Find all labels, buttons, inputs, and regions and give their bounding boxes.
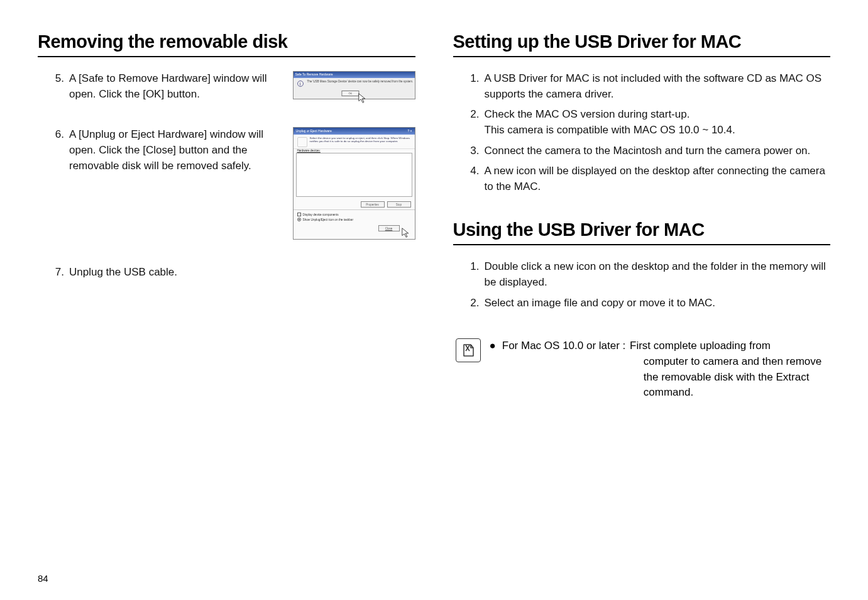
device-list <box>296 153 412 197</box>
step-text-line2: This camera is compatible with MAC OS 10… <box>485 124 735 136</box>
bullet-icon: ● <box>490 338 496 401</box>
step-text: Select an image file and copy or move it… <box>485 296 831 311</box>
step-text-line1: Check the MAC OS version during start-up… <box>485 108 690 120</box>
dialog-bottom: Display device components Show Unplug/Ej… <box>294 209 415 224</box>
note-block: ● For Mac OS 10.0 or later : First compl… <box>453 338 831 401</box>
hardware-devices-label: Hardware devices: <box>294 149 415 152</box>
step-text: A new icon will be displayed on the desk… <box>485 164 831 194</box>
dialog-help-row: Select the device you want to unplug or … <box>294 135 415 149</box>
note-text: ● For Mac OS 10.0 or later : First compl… <box>490 338 822 401</box>
step-text: A [Unplug or Eject Hardware] window will… <box>69 127 283 174</box>
right-column: Setting up the USB Driver for MAC 1. A U… <box>453 31 831 401</box>
info-icon: i <box>297 81 304 87</box>
note-line: the removable disk with the Extract <box>502 370 821 386</box>
dialog-help-text: Select the device you want to unplug or … <box>310 137 411 147</box>
checkbox-icon <box>297 213 301 216</box>
using-steps: 1. Double click a new icon on the deskto… <box>453 259 831 311</box>
safe-remove-dialog: Safe To Remove Hardware i The 'USB Mass … <box>293 71 415 99</box>
step-text: Unplug the USB cable. <box>69 265 415 281</box>
right-title-1: Setting up the USB Driver for MAC <box>453 31 831 52</box>
step-6-row: 6. A [Unplug or Eject Hardware] window w… <box>38 127 415 240</box>
ok-button: OK <box>341 91 359 96</box>
title-buttons: ? × <box>407 129 412 135</box>
right-title-2: Using the USB Driver for MAC <box>453 219 831 240</box>
right-rule-1 <box>453 56 831 57</box>
dialog-titlebar: Unplug or Eject Hardware ? × <box>294 128 415 135</box>
dialog-message: The 'USB Mass Storage Device' device can… <box>307 81 414 84</box>
close-button: Close <box>378 225 400 231</box>
step-number: 3. <box>468 143 480 159</box>
step-text: Double click a new icon on the desktop a… <box>485 259 831 290</box>
note-line: computer to camera and then remove <box>502 354 821 370</box>
close-row: Close <box>294 224 415 239</box>
step-text: Connect the camera to the Macintosh and … <box>485 143 831 159</box>
note-icon <box>456 338 481 362</box>
left-column: Removing the removable disk 5. A [Safe t… <box>38 31 415 401</box>
step-text: A [Safe to Remove Hardware] window will … <box>69 71 283 102</box>
step-number: 7. <box>53 265 64 281</box>
step-number: 1. <box>468 259 480 290</box>
step-7-row: 7. Unplug the USB cable. <box>38 265 415 281</box>
cursor-icon <box>401 227 412 238</box>
setup-steps: 1. A USB Driver for MAC is not included … <box>453 71 831 194</box>
dialog-titlebar: Safe To Remove Hardware <box>294 72 415 78</box>
step-number: 4. <box>468 164 480 194</box>
step-number: 5. <box>53 71 64 102</box>
left-title: Removing the removable disk <box>38 31 415 52</box>
left-rule <box>38 56 415 57</box>
step-number: 2. <box>468 296 480 311</box>
radio-icon <box>297 218 301 221</box>
hardware-icon <box>297 137 307 147</box>
right-rule-2 <box>453 244 831 245</box>
page-columns: Removing the removable disk 5. A [Safe t… <box>38 31 830 401</box>
cursor-icon <box>358 92 369 104</box>
properties-button: Properties <box>361 201 385 208</box>
step-text: A USB Driver for MAC is not included wit… <box>485 71 831 102</box>
note-lead: For Mac OS 10.0 or later : <box>502 340 626 352</box>
step-text: Check the MAC OS version during start-up… <box>485 107 831 138</box>
page-number: 84 <box>38 573 48 584</box>
unplug-eject-dialog: Unplug or Eject Hardware ? × Select the … <box>293 127 415 240</box>
step-number: 6. <box>53 127 64 174</box>
step-5-row: 5. A [Safe to Remove Hardware] window wi… <box>38 71 415 102</box>
stop-button: Stop <box>387 201 411 208</box>
button-row: Properties Stop <box>294 199 415 209</box>
checkbox-label: Display device components <box>303 213 339 216</box>
note-line: command. <box>502 385 821 401</box>
note-first: First complete uploading from <box>630 340 771 352</box>
dialog-title: Unplug or Eject Hardware <box>296 129 332 135</box>
step-number: 1. <box>468 71 480 102</box>
radio-label: Show Unplug/Eject icon on the taskbar <box>303 218 354 221</box>
step-number: 2. <box>468 107 480 138</box>
